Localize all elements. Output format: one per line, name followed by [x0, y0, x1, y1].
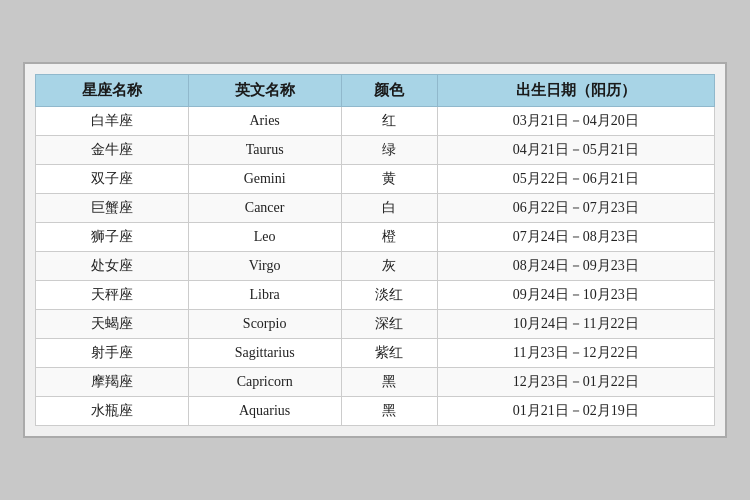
cell-r9-c2: 黑 [341, 368, 437, 397]
cell-r8-c2: 紫红 [341, 339, 437, 368]
cell-r3-c1: Cancer [188, 194, 341, 223]
cell-r2-c1: Gemini [188, 165, 341, 194]
table-row: 双子座Gemini黄05月22日－06月21日 [36, 165, 715, 194]
cell-r1-c1: Taurus [188, 136, 341, 165]
table-row: 处女座Virgo灰08月24日－09月23日 [36, 252, 715, 281]
zodiac-table: 星座名称 英文名称 颜色 出生日期（阳历） 白羊座Aries红03月21日－04… [35, 74, 715, 426]
cell-r0-c2: 红 [341, 107, 437, 136]
cell-r5-c2: 灰 [341, 252, 437, 281]
cell-r7-c2: 深红 [341, 310, 437, 339]
cell-r4-c3: 07月24日－08月23日 [437, 223, 714, 252]
cell-r4-c0: 狮子座 [36, 223, 189, 252]
cell-r3-c0: 巨蟹座 [36, 194, 189, 223]
col-header-birthday: 出生日期（阳历） [437, 75, 714, 107]
cell-r4-c2: 橙 [341, 223, 437, 252]
cell-r8-c3: 11月23日－12月22日 [437, 339, 714, 368]
cell-r9-c1: Capricorn [188, 368, 341, 397]
cell-r7-c1: Scorpio [188, 310, 341, 339]
table-header-row: 星座名称 英文名称 颜色 出生日期（阳历） [36, 75, 715, 107]
table-row: 金牛座Taurus绿04月21日－05月21日 [36, 136, 715, 165]
cell-r0-c1: Aries [188, 107, 341, 136]
cell-r6-c1: Libra [188, 281, 341, 310]
cell-r7-c0: 天蝎座 [36, 310, 189, 339]
cell-r10-c1: Aquarius [188, 397, 341, 426]
cell-r6-c0: 天秤座 [36, 281, 189, 310]
table-wrapper: 星座名称 英文名称 颜色 出生日期（阳历） 白羊座Aries红03月21日－04… [23, 62, 727, 438]
table-row: 狮子座Leo橙07月24日－08月23日 [36, 223, 715, 252]
cell-r1-c2: 绿 [341, 136, 437, 165]
col-header-english-name: 英文名称 [188, 75, 341, 107]
cell-r9-c3: 12月23日－01月22日 [437, 368, 714, 397]
table-row: 水瓶座Aquarius黑01月21日－02月19日 [36, 397, 715, 426]
table-row: 射手座Sagittarius紫红11月23日－12月22日 [36, 339, 715, 368]
cell-r7-c3: 10月24日－11月22日 [437, 310, 714, 339]
table-row: 天蝎座Scorpio深红10月24日－11月22日 [36, 310, 715, 339]
cell-r6-c2: 淡红 [341, 281, 437, 310]
cell-r2-c0: 双子座 [36, 165, 189, 194]
cell-r2-c3: 05月22日－06月21日 [437, 165, 714, 194]
col-header-chinese-name: 星座名称 [36, 75, 189, 107]
cell-r0-c0: 白羊座 [36, 107, 189, 136]
cell-r10-c0: 水瓶座 [36, 397, 189, 426]
cell-r5-c0: 处女座 [36, 252, 189, 281]
cell-r8-c0: 射手座 [36, 339, 189, 368]
table-row: 巨蟹座Cancer白06月22日－07月23日 [36, 194, 715, 223]
cell-r5-c1: Virgo [188, 252, 341, 281]
cell-r1-c0: 金牛座 [36, 136, 189, 165]
cell-r0-c3: 03月21日－04月20日 [437, 107, 714, 136]
cell-r9-c0: 摩羯座 [36, 368, 189, 397]
cell-r8-c1: Sagittarius [188, 339, 341, 368]
table-row: 白羊座Aries红03月21日－04月20日 [36, 107, 715, 136]
cell-r1-c3: 04月21日－05月21日 [437, 136, 714, 165]
cell-r2-c2: 黄 [341, 165, 437, 194]
cell-r6-c3: 09月24日－10月23日 [437, 281, 714, 310]
cell-r3-c2: 白 [341, 194, 437, 223]
table-row: 天秤座Libra淡红09月24日－10月23日 [36, 281, 715, 310]
table-row: 摩羯座Capricorn黑12月23日－01月22日 [36, 368, 715, 397]
cell-r3-c3: 06月22日－07月23日 [437, 194, 714, 223]
cell-r4-c1: Leo [188, 223, 341, 252]
col-header-color: 颜色 [341, 75, 437, 107]
cell-r5-c3: 08月24日－09月23日 [437, 252, 714, 281]
cell-r10-c3: 01月21日－02月19日 [437, 397, 714, 426]
cell-r10-c2: 黑 [341, 397, 437, 426]
